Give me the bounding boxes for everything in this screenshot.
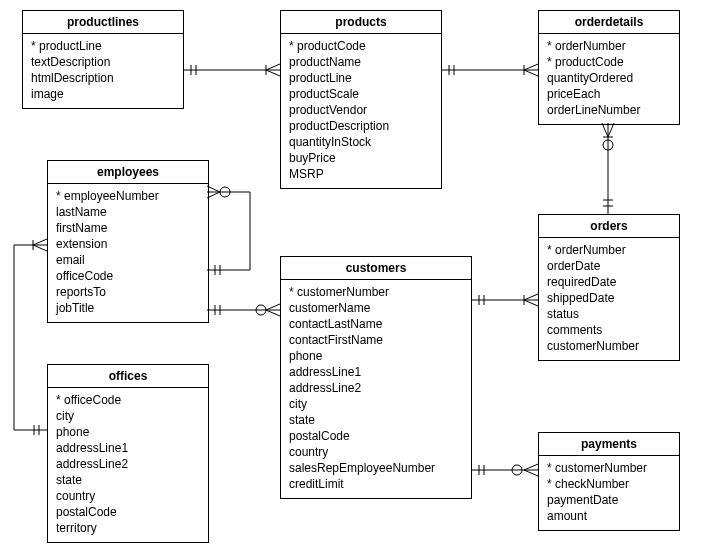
entity-title: employees xyxy=(48,161,208,184)
field: priceEach xyxy=(547,86,671,102)
field: city xyxy=(289,396,463,412)
field: productVendor xyxy=(289,102,433,118)
entity-productlines: productlines * productLine textDescripti… xyxy=(22,10,184,109)
field: * productLine xyxy=(31,38,175,54)
field: * orderNumber xyxy=(547,242,671,258)
entity-fields: * customerNumber * checkNumber paymentDa… xyxy=(539,456,679,530)
svg-point-42 xyxy=(256,305,266,315)
field: country xyxy=(289,444,463,460)
field: quantityOrdered xyxy=(547,70,671,86)
field: addressLine2 xyxy=(56,456,200,472)
field: * productCode xyxy=(547,54,671,70)
svg-line-14 xyxy=(602,123,608,137)
svg-line-44 xyxy=(266,310,280,316)
svg-line-24 xyxy=(524,300,538,306)
field: city xyxy=(56,408,200,424)
field: * officeCode xyxy=(56,392,200,408)
field: MSRP xyxy=(289,166,433,182)
field: phone xyxy=(289,348,463,364)
field: contactLastName xyxy=(289,316,463,332)
field: paymentDate xyxy=(547,492,671,508)
field: officeCode xyxy=(56,268,200,284)
field: shippedDate xyxy=(547,290,671,306)
entity-products: products * productCode productName produ… xyxy=(280,10,442,189)
field: * orderNumber xyxy=(547,38,671,54)
field: firstName xyxy=(56,220,200,236)
field: customerNumber xyxy=(547,338,671,354)
entity-orderdetails: orderdetails * orderNumber * productCode… xyxy=(538,10,680,125)
svg-line-10 xyxy=(524,64,538,70)
field: postalCode xyxy=(289,428,463,444)
svg-point-16 xyxy=(603,140,613,150)
entity-fields: * productLine textDescription htmlDescri… xyxy=(23,34,183,108)
field: state xyxy=(56,472,200,488)
field: phone xyxy=(56,424,200,440)
entity-title: orderdetails xyxy=(539,11,679,34)
entity-fields: * orderNumber * productCode quantityOrde… xyxy=(539,34,679,124)
er-diagram-canvas: productlines * productLine textDescripti… xyxy=(0,0,701,560)
field: country xyxy=(56,488,200,504)
field: orderDate xyxy=(547,258,671,274)
field: contactFirstName xyxy=(289,332,463,348)
field: addressLine1 xyxy=(289,364,463,380)
field: comments xyxy=(547,322,671,338)
field: buyPrice xyxy=(289,150,433,166)
entity-title: products xyxy=(281,11,441,34)
entity-orders: orders * orderNumber orderDate requiredD… xyxy=(538,214,680,361)
svg-line-52 xyxy=(33,245,47,251)
entity-title: productlines xyxy=(23,11,183,34)
entity-fields: * officeCode city phone addressLine1 add… xyxy=(48,388,208,542)
field: productDescription xyxy=(289,118,433,134)
field: requiredDate xyxy=(547,274,671,290)
field: * customerNumber xyxy=(547,460,671,476)
entity-fields: * orderNumber orderDate requiredDate shi… xyxy=(539,238,679,360)
entity-title: offices xyxy=(48,365,208,388)
svg-line-23 xyxy=(524,294,538,300)
entity-employees: employees * employeeNumber lastName firs… xyxy=(47,160,209,323)
svg-line-51 xyxy=(33,239,47,245)
svg-line-30 xyxy=(524,470,538,476)
svg-point-34 xyxy=(220,187,230,197)
field: productScale xyxy=(289,86,433,102)
entity-fields: * productCode productName productLine pr… xyxy=(281,34,441,188)
svg-line-11 xyxy=(524,70,538,76)
field: orderLineNumber xyxy=(547,102,671,118)
field: extension xyxy=(56,236,200,252)
svg-line-15 xyxy=(608,123,614,137)
field: status xyxy=(547,306,671,322)
entity-payments: payments * customerNumber * checkNumber … xyxy=(538,432,680,531)
svg-line-43 xyxy=(266,304,280,310)
entity-offices: offices * officeCode city phone addressL… xyxy=(47,364,209,543)
field: amount xyxy=(547,508,671,524)
field: * customerNumber xyxy=(289,284,463,300)
entity-title: payments xyxy=(539,433,679,456)
entity-title: orders xyxy=(539,215,679,238)
field: * productCode xyxy=(289,38,433,54)
field: quantityInStock xyxy=(289,134,433,150)
svg-line-29 xyxy=(524,464,538,470)
field: customerName xyxy=(289,300,463,316)
field: postalCode xyxy=(56,504,200,520)
field: * employeeNumber xyxy=(56,188,200,204)
field: jobTitle xyxy=(56,300,200,316)
svg-line-4 xyxy=(266,64,280,70)
field: lastName xyxy=(56,204,200,220)
field: * checkNumber xyxy=(547,476,671,492)
field: salesRepEmployeeNumber xyxy=(289,460,463,476)
field: productLine xyxy=(289,70,433,86)
field: htmlDescription xyxy=(31,70,175,86)
field: image xyxy=(31,86,175,102)
field: state xyxy=(289,412,463,428)
entity-fields: * employeeNumber lastName firstName exte… xyxy=(48,184,208,322)
field: textDescription xyxy=(31,54,175,70)
field: email xyxy=(56,252,200,268)
field: reportsTo xyxy=(56,284,200,300)
svg-line-5 xyxy=(266,70,280,76)
entity-customers: customers * customerNumber customerName … xyxy=(280,256,472,499)
field: creditLimit xyxy=(289,476,463,492)
svg-point-28 xyxy=(512,465,522,475)
field: productName xyxy=(289,54,433,70)
field: territory xyxy=(56,520,200,536)
field: addressLine1 xyxy=(56,440,200,456)
field: addressLine2 xyxy=(289,380,463,396)
